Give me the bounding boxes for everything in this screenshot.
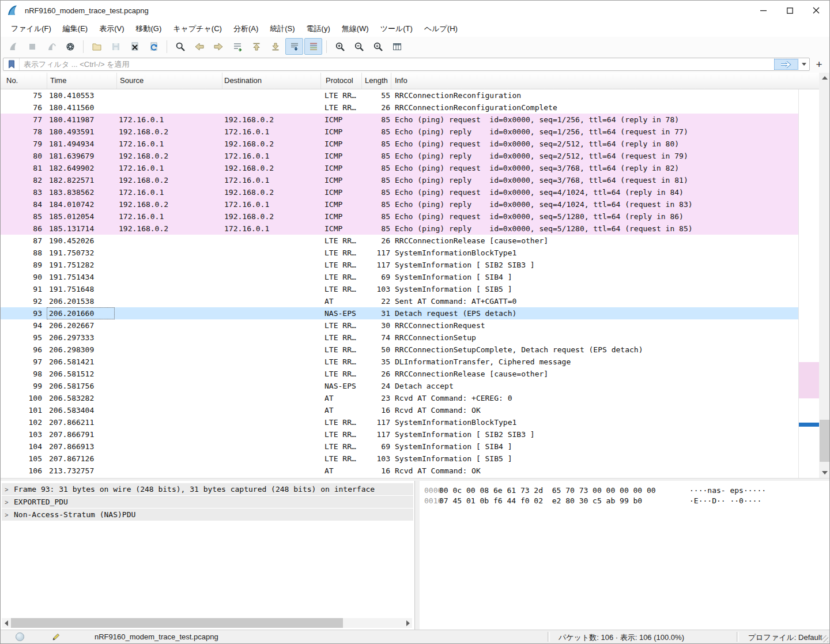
packet-row-96[interactable]: 96206.298309LTE RR…50RRCConnectionSetupC… <box>1 344 798 356</box>
capture-comment-button[interactable] <box>51 632 61 643</box>
scroll-left-button[interactable] <box>2 618 10 628</box>
column-header-dst[interactable]: Destination <box>222 73 321 89</box>
detail-row-3[interactable]: >Non-Access-Stratum (NAS)PDU <box>2 509 413 521</box>
packet-row-105[interactable]: 105207.867126LTE RR…103SystemInformation… <box>1 453 798 465</box>
menu-item-5[interactable]: キャプチャ(C) <box>167 21 228 37</box>
restart-capture-button[interactable] <box>42 38 60 55</box>
menu-item-1[interactable]: ファイル(F) <box>5 21 57 37</box>
go-forward-button[interactable] <box>209 38 227 55</box>
menu-item-11[interactable]: ヘルプ(H) <box>418 21 463 37</box>
filter-dropdown-button[interactable] <box>799 58 809 70</box>
packet-row-97[interactable]: 97206.581421LTE RR…35DLInformationTransf… <box>1 356 798 368</box>
pane-splitter-vertical[interactable] <box>415 481 420 631</box>
status-profile[interactable]: プロファイル: Default <box>748 632 822 643</box>
menu-item-2[interactable]: 編集(E) <box>57 21 93 37</box>
detail-row-1[interactable]: >Frame 93: 31 bytes on wire (248 bits), … <box>2 483 413 495</box>
packet-row-91[interactable]: 91191.751648LTE RR…103SystemInformation … <box>1 283 798 295</box>
packet-row-84[interactable]: 84184.010742192.168.0.2172.16.0.1ICMP85E… <box>1 198 798 210</box>
packet-row-79[interactable]: 79181.494934172.16.0.1192.168.0.2ICMP85E… <box>1 138 798 150</box>
menu-item-3[interactable]: 表示(V) <box>93 21 130 37</box>
packet-row-82[interactable]: 82182.822571192.168.0.2172.16.0.1ICMP85E… <box>1 174 798 186</box>
scroll-right-button[interactable] <box>403 618 412 628</box>
packet-row-93[interactable]: 93206.201660NAS-EPS31Detach request (EPS… <box>1 307 798 319</box>
packet-row-90[interactable]: 90191.751434LTE RR…69SystemInformation [… <box>1 271 798 283</box>
resize-grip[interactable] <box>821 635 828 642</box>
save-file-button[interactable] <box>107 38 124 55</box>
packet-row-95[interactable]: 95206.297333LTE RR…74RRCConnectionSetup <box>1 332 798 344</box>
expert-info-button[interactable] <box>16 632 24 641</box>
add-filter-button[interactable]: + <box>812 58 826 71</box>
packet-list-vscrollbar[interactable] <box>819 73 830 478</box>
packet-row-98[interactable]: 98206.581512LTE RR…26RRCConnectionReleas… <box>1 368 798 380</box>
zoom-out-button[interactable] <box>350 38 368 55</box>
packet-row-92[interactable]: 92206.201538AT22Sent AT Command: AT+CGAT… <box>1 295 798 307</box>
packet-row-86[interactable]: 86185.131714192.168.0.2172.16.0.1ICMP85E… <box>1 223 798 235</box>
packet-row-101[interactable]: 101206.583404AT16Rcvd AT Command: OK <box>1 404 798 416</box>
menu-item-4[interactable]: 移動(G) <box>130 21 168 37</box>
menu-item-10[interactable]: ツール(T) <box>375 21 418 37</box>
stop-capture-button[interactable] <box>23 38 41 55</box>
expand-chevron-icon[interactable]: > <box>2 484 14 495</box>
packet-row-89[interactable]: 89191.751282LTE RR…117SystemInformation … <box>1 259 798 271</box>
scroll-down-button[interactable] <box>819 468 830 478</box>
expand-chevron-icon[interactable]: > <box>2 509 14 521</box>
packet-row-76[interactable]: 76180.411560LTE RR…26RRCConnectionReconf… <box>1 101 798 114</box>
expand-chevron-icon[interactable]: > <box>2 496 14 508</box>
menu-item-7[interactable]: 統計(S) <box>264 21 300 37</box>
packet-row-83[interactable]: 83183.838562172.16.0.1192.168.0.2ICMP85E… <box>1 186 798 198</box>
reload-file-button[interactable] <box>145 38 163 55</box>
zoom-original-button[interactable] <box>369 38 387 55</box>
column-header-info[interactable]: Info <box>391 73 819 89</box>
go-last-packet-button[interactable] <box>266 38 284 55</box>
packet-row-75[interactable]: 75180.410553LTE RR…55RRCConnectionReconf… <box>1 89 798 101</box>
packet-row-94[interactable]: 94206.202667LTE RR…30RRCConnectionReques… <box>1 319 798 332</box>
packet-row-85[interactable]: 85185.012054172.16.0.1192.168.0.2ICMP85E… <box>1 210 798 223</box>
resize-columns-button[interactable] <box>388 38 406 55</box>
packet-row-88[interactable]: 88191.750732LTE RR…117SystemInformationB… <box>1 247 798 259</box>
packet-row-106[interactable]: 106213.732757AT16Rcvd AT Command: OK <box>1 465 798 477</box>
menu-item-8[interactable]: 電話(y) <box>301 21 336 37</box>
menu-item-9[interactable]: 無線(W) <box>336 21 375 37</box>
vscrollbar-thumb[interactable] <box>820 420 830 462</box>
packet-row-102[interactable]: 102207.866211LTE RR…117SystemInformation… <box>1 416 798 428</box>
go-back-button[interactable] <box>190 38 208 55</box>
packet-row-77[interactable]: 77180.411987172.16.0.1192.168.0.2ICMP85E… <box>1 114 798 126</box>
filter-apply-button[interactable] <box>774 59 798 70</box>
zoom-in-button[interactable] <box>331 38 349 55</box>
auto-scroll-button[interactable] <box>285 38 303 55</box>
close-file-button[interactable] <box>126 38 144 55</box>
packet-row-80[interactable]: 80181.639679192.168.0.2172.16.0.1ICMP85E… <box>1 150 798 162</box>
packet-row-87[interactable]: 87190.452026LTE RR…26RRCConnectionReleas… <box>1 235 798 247</box>
packet-row-78[interactable]: 78180.493591192.168.0.2172.16.0.1ICMP85E… <box>1 126 798 138</box>
menu-item-6[interactable]: 分析(A) <box>228 21 264 37</box>
go-to-packet-button[interactable] <box>228 38 246 55</box>
hex-row-0010[interactable]: 001007 45 01 0b f6 44 f0 02 e2 80 30 c5 … <box>420 496 829 506</box>
detail-row-2[interactable]: >EXPORTED_PDU <box>2 496 413 508</box>
detail-hscrollbar[interactable] <box>2 618 412 628</box>
column-header-src[interactable]: Source <box>117 73 222 89</box>
scroll-up-button[interactable] <box>819 73 830 83</box>
open-file-button[interactable] <box>88 38 105 55</box>
packet-row-104[interactable]: 104207.866913LTE RR…69SystemInformation … <box>1 440 798 453</box>
column-header-proto[interactable]: Protocol <box>321 73 362 89</box>
start-capture-button[interactable] <box>4 38 22 55</box>
packet-list-minimap[interactable] <box>798 89 819 478</box>
packet-row-99[interactable]: 99206.581756NAS-EPS24Detach accept <box>1 380 798 392</box>
column-header-time[interactable]: Time <box>47 73 117 89</box>
packet-row-81[interactable]: 81182.649902172.16.0.1192.168.0.2ICMP85E… <box>1 162 798 174</box>
hex-row-0000[interactable]: 000000 0c 00 08 6e 61 73 2d 65 70 73 00 … <box>420 485 829 496</box>
capture-options-button[interactable] <box>61 38 79 55</box>
colorize-button[interactable] <box>304 38 322 55</box>
find-packet-button[interactable] <box>171 38 189 55</box>
column-header-no[interactable]: No. <box>1 73 47 89</box>
packet-row-103[interactable]: 103207.866791LTE RR…117SystemInformation… <box>1 428 798 440</box>
packet-row-100[interactable]: 100206.583282AT23Rcvd AT Command: +CEREG… <box>1 392 798 404</box>
maximize-button[interactable] <box>776 1 803 20</box>
filter-bookmark-button[interactable] <box>3 58 20 70</box>
display-filter-input[interactable] <box>20 60 774 69</box>
go-first-packet-button[interactable] <box>247 38 265 55</box>
hscrollbar-thumb[interactable] <box>11 618 343 628</box>
column-header-len[interactable]: Length <box>362 73 391 89</box>
minimize-button[interactable] <box>750 1 776 20</box>
close-button[interactable] <box>803 1 829 20</box>
